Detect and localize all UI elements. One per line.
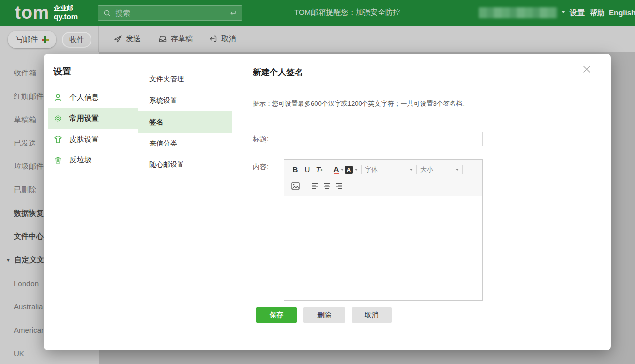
account-email-redacted[interactable] xyxy=(479,7,557,18)
cancel-button[interactable]: 取消 xyxy=(352,307,392,323)
compose-button[interactable]: 写邮件 xyxy=(8,31,56,48)
submenu-item-signature[interactable]: 签名 xyxy=(138,111,232,133)
menu-item-anti-spam[interactable]: 反垃圾 xyxy=(48,149,138,170)
account-caret-icon[interactable] xyxy=(561,11,565,13)
cancel-compose-label: 取消 xyxy=(221,34,236,44)
sidebar-item-label: 已发送 xyxy=(14,139,36,148)
toolbar-separator xyxy=(416,165,417,174)
bold-button[interactable]: B xyxy=(289,164,301,176)
align-left-button[interactable] xyxy=(309,180,321,192)
search-box[interactable] xyxy=(98,5,242,21)
clear-format-x: x xyxy=(320,167,323,172)
menu-item-label: 反垃圾 xyxy=(69,155,91,165)
insert-image-button[interactable] xyxy=(289,180,301,192)
signature-content-area[interactable] xyxy=(284,196,482,300)
search-icon xyxy=(103,9,111,17)
font-size-value: 大小 xyxy=(420,165,433,174)
sidebar-item-label: American xyxy=(14,326,45,334)
menu-item-personal-info[interactable]: 个人信息 xyxy=(48,87,138,108)
search-input[interactable] xyxy=(115,9,229,17)
topbar: tom 企业邮 qy.tom TOM邮箱提醒您：加强安全防控 设置 帮助 Eng… xyxy=(0,0,635,26)
submenu-item-easy-mail-settings[interactable]: 随心邮设置 xyxy=(138,154,232,175)
toolbar-divider xyxy=(98,26,99,52)
font-color-a: A xyxy=(334,165,339,174)
user-icon xyxy=(54,93,62,102)
menu-item-skin-settings[interactable]: 皮肤设置 xyxy=(48,129,138,149)
align-center-button[interactable] xyxy=(321,180,333,192)
align-left-icon xyxy=(311,183,319,189)
content-field-label: 内容: xyxy=(253,163,269,172)
compose-label: 写邮件 xyxy=(16,35,38,44)
mail-toolbar xyxy=(0,26,635,52)
shirt-icon xyxy=(54,135,62,144)
settings-title: 设置 xyxy=(53,66,71,77)
send-label: 发送 xyxy=(126,34,141,44)
sidebar-item-label: 已删除 xyxy=(14,185,36,195)
sidebar-item-label: 草稿箱 xyxy=(14,115,36,125)
signature-title-input[interactable] xyxy=(284,132,483,146)
tom-logo: tom xyxy=(15,2,49,24)
brand-block: 企业邮 qy.tom xyxy=(54,4,78,21)
rich-text-editor: B U Tx A A 字体 xyxy=(284,159,483,301)
back-arrow-icon xyxy=(209,34,218,43)
trash-icon xyxy=(54,156,62,164)
align-center-icon xyxy=(323,183,331,189)
save-draft-button[interactable]: 存草稿 xyxy=(158,33,193,45)
bg-color-a: A xyxy=(345,166,353,174)
menu-item-general-settings[interactable]: 常用设置 xyxy=(48,108,138,129)
receive-button[interactable]: 收件 xyxy=(62,32,91,48)
sidebar-item-label: 文件中心 xyxy=(14,232,44,241)
gear-icon xyxy=(54,114,62,123)
menu-item-label: 常用设置 xyxy=(69,114,99,123)
topbar-link-english[interactable]: English xyxy=(609,8,635,17)
toolbar-separator xyxy=(329,165,329,174)
image-icon xyxy=(291,182,300,190)
bg-color-button[interactable]: A xyxy=(345,164,358,176)
close-button[interactable] xyxy=(580,63,593,75)
sidebar-item-label: 红旗邮件 xyxy=(14,92,44,101)
clear-format-button[interactable]: Tx xyxy=(313,164,325,176)
signature-panel: 新建个人签名 提示：您可设置最多600个汉字或1200个英文字符；一共可设置3个… xyxy=(232,54,611,350)
sidebar-item-label: 垃圾邮件 xyxy=(14,162,44,171)
align-right-button[interactable] xyxy=(333,180,345,192)
topbar-link-help[interactable]: 帮助 xyxy=(590,8,605,18)
underline-button[interactable]: U xyxy=(301,164,313,176)
toolbar-separator xyxy=(361,165,362,174)
menu-item-label: 皮肤设置 xyxy=(69,135,99,144)
submenu-item-system-settings[interactable]: 系统设置 xyxy=(138,90,232,111)
editor-toolbar: B U Tx A A 字体 xyxy=(284,160,482,196)
security-notice: TOM邮箱提醒您：加强安全防控 xyxy=(294,8,400,17)
menu-item-label: 个人信息 xyxy=(69,93,99,102)
cancel-compose-button[interactable]: 取消 xyxy=(209,33,236,45)
delete-button[interactable]: 删除 xyxy=(303,307,345,323)
brand-line1: 企业邮 xyxy=(54,4,78,12)
collapse-triangle-icon: ▼ xyxy=(6,257,11,263)
font-family-value: 字体 xyxy=(365,165,378,174)
enter-icon[interactable] xyxy=(229,10,237,17)
caret-down-icon xyxy=(456,169,459,171)
panel-title: 新建个人签名 xyxy=(253,67,303,78)
caret-down-icon xyxy=(410,169,413,171)
sidebar-item-label: 数据恢复 xyxy=(14,209,44,218)
sidebar-item-label: London xyxy=(14,279,39,288)
settings-modal: 设置 个人信息 常用设置 皮肤设置 xyxy=(44,54,611,350)
submenu-item-mail-classification[interactable]: 来信分类 xyxy=(138,133,232,154)
save-button[interactable]: 保存 xyxy=(256,307,297,323)
submenu-item-folder-management[interactable]: 文件夹管理 xyxy=(138,69,232,90)
draft-box-icon xyxy=(158,34,167,43)
send-button[interactable]: 发送 xyxy=(113,33,141,45)
close-icon xyxy=(582,65,591,73)
header-divider xyxy=(232,91,611,91)
sidebar-item-label: UK xyxy=(14,349,24,358)
save-draft-label: 存草稿 xyxy=(171,34,193,44)
font-size-select[interactable]: 大小 xyxy=(420,164,459,176)
font-color-button[interactable]: A xyxy=(333,164,345,176)
plus-icon xyxy=(42,36,49,43)
sidebar-item-label: Australia xyxy=(14,302,43,311)
font-family-select[interactable]: 字体 xyxy=(365,164,413,176)
toolbar-separator xyxy=(305,182,305,191)
topbar-link-settings[interactable]: 设置 xyxy=(570,8,585,18)
toolbar-separator xyxy=(462,165,463,174)
receive-label: 收件 xyxy=(69,35,84,45)
paper-plane-icon xyxy=(113,34,122,43)
